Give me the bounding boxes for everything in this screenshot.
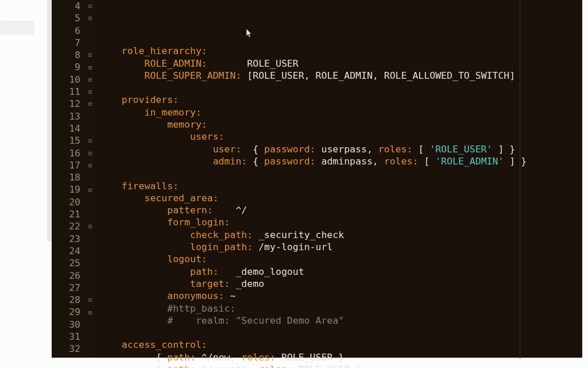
token-key: form_login: — [167, 217, 230, 228]
token-str: _security_check — [253, 229, 344, 240]
token-key: logout: — [167, 254, 207, 264]
token-plain — [99, 315, 167, 326]
line-number: 25 — [52, 257, 85, 269]
right-scroll-strip — [582, 0, 588, 368]
token-key: users: — [190, 131, 225, 142]
token-punc: , — [367, 144, 378, 155]
fold-toggle-icon[interactable] — [87, 309, 94, 316]
token-plain — [99, 193, 144, 204]
token-plain — [99, 119, 167, 130]
fold-guide-icon — [87, 52, 94, 59]
token-str: ^/create — [196, 364, 247, 368]
token-punc: ] } — [504, 156, 527, 167]
line-number: 17 — [52, 159, 85, 171]
token-key: ROLE_SUPER_ADMIN: — [144, 70, 241, 81]
fold-toggle-icon[interactable] — [87, 76, 94, 83]
token-key: roles: — [384, 156, 419, 167]
token-key: firewalls: — [122, 181, 179, 191]
token-punc: { — [247, 156, 264, 167]
code-line[interactable] — [99, 167, 582, 179]
line-number: 16 — [52, 147, 85, 159]
line-number: 28 — [52, 294, 85, 306]
token-key: providers: — [122, 94, 179, 105]
token-key: user: — [213, 144, 242, 155]
code-line[interactable]: memory: — [99, 118, 582, 131]
token-plain — [99, 70, 144, 81]
fold-toggle-icon[interactable] — [87, 64, 94, 71]
code-area[interactable]: role_hierarchy: ROLE_ADMIN: ROLE_USER RO… — [95, 0, 582, 358]
line-number: 22 — [52, 220, 85, 232]
token-punc: , — [304, 70, 316, 81]
code-line[interactable]: admin: { password: adminpass, roles: [ '… — [99, 155, 582, 167]
code-line[interactable]: # realm: "Secured Demo Area" — [99, 315, 582, 327]
code-line[interactable]: ROLE_ADMIN: ROLE_USER — [99, 57, 582, 70]
code-line[interactable] — [99, 33, 582, 45]
code-line[interactable]: user: { password: userpass, roles: [ 'RO… — [99, 143, 582, 155]
line-number: 9 — [52, 61, 85, 73]
token-plain — [99, 303, 167, 314]
fold-guide-icon — [87, 3, 94, 10]
fold-toggle-icon[interactable] — [87, 89, 94, 95]
print-margin — [520, 0, 520, 359]
fold-toggle-icon[interactable] — [87, 223, 94, 230]
code-line[interactable]: login_path: /my-login-url — [99, 241, 582, 253]
line-number: 15 — [52, 135, 85, 147]
token-plain — [99, 94, 122, 105]
token-str: ROLE_USER — [293, 364, 350, 368]
token-key: pattern: — [167, 205, 212, 216]
token-plain — [99, 144, 213, 155]
token-str: ROLE_ALLOWED_TO_SWITCH — [384, 70, 510, 81]
token-plain — [99, 205, 167, 216]
app-sidebar — [0, 0, 52, 368]
code-line[interactable]: firewalls: — [99, 180, 582, 192]
code-line[interactable]: pattern: ^/ — [99, 204, 582, 216]
token-str: ~ — [225, 290, 236, 301]
code-line[interactable] — [99, 327, 582, 339]
code-line[interactable]: form_login: — [99, 216, 582, 228]
token-plain — [99, 266, 190, 277]
fold-toggle-icon[interactable] — [87, 187, 94, 194]
token-plain — [99, 229, 190, 240]
code-line[interactable]: users: — [99, 131, 582, 143]
token-key: ROLE_ADMIN: — [144, 58, 207, 69]
line-number: 24 — [52, 245, 85, 257]
code-editor[interactable]: 4567891011121314151617181920212223242526… — [52, 0, 582, 359]
code-line[interactable]: access_control: — [99, 339, 582, 351]
token-punc: , — [230, 352, 242, 363]
fold-toggle-icon[interactable] — [87, 150, 94, 157]
token-plain — [99, 181, 122, 191]
token-cmt: #http_basic: — [167, 303, 235, 314]
token-plain — [99, 290, 167, 301]
fold-toggle-icon[interactable] — [87, 162, 94, 169]
line-number: 6 — [52, 25, 85, 37]
code-line[interactable]: anonymous: ~ — [99, 290, 582, 302]
sidebar-scrollbar[interactable] — [47, 0, 52, 241]
fold-column[interactable] — [85, 0, 95, 358]
code-line[interactable]: role_hierarchy: — [99, 45, 582, 57]
code-line[interactable] — [99, 82, 582, 94]
code-line[interactable]: in_memory: — [99, 106, 582, 118]
fold-toggle-icon[interactable] — [87, 15, 94, 22]
code-line[interactable]: #http_basic: — [99, 302, 582, 315]
token-str: adminpass — [316, 156, 373, 167]
code-line[interactable]: target: _demo — [99, 278, 582, 290]
code-line[interactable]: secured_area: — [99, 192, 582, 204]
token-punc: } — [350, 364, 361, 368]
code-line[interactable]: path: _demo_logout — [99, 266, 582, 278]
line-number: 7 — [52, 37, 85, 49]
token-punc: ] } — [493, 144, 516, 155]
code-line[interactable]: ROLE_SUPER_ADMIN: [ROLE_USER, ROLE_ADMIN… — [99, 70, 582, 82]
token-punc: - { — [99, 352, 167, 363]
code-line[interactable]: providers: — [99, 94, 582, 106]
fold-toggle-icon[interactable] — [87, 101, 94, 108]
token-punc: , — [373, 156, 384, 167]
code-line[interactable]: check_path: _security_check — [99, 229, 582, 241]
code-line[interactable]: logout: — [99, 253, 582, 265]
token-str: ROLE_USER — [276, 352, 332, 363]
token-str: ^/ — [213, 205, 247, 216]
token-plain — [99, 254, 167, 264]
code-line[interactable]: - { path: ^/create, roles: ROLE_USER } — [99, 363, 582, 368]
line-number: 10 — [52, 74, 85, 86]
token-key: target: — [190, 278, 230, 289]
code-line[interactable]: - { path: ^/new, roles: ROLE_USER } — [99, 351, 582, 363]
